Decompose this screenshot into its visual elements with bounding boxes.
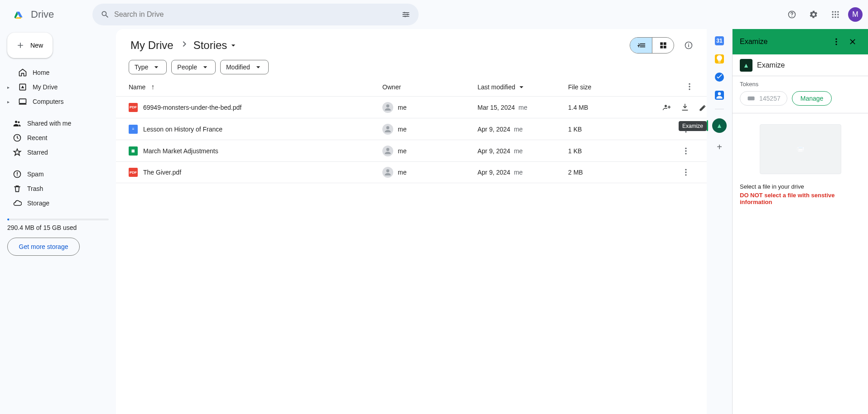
file-name: The Giver.pdf <box>143 169 181 176</box>
svg-point-29 <box>689 86 690 87</box>
nav-recent[interactable]: Recent <box>7 131 109 145</box>
svg-point-44 <box>386 169 390 172</box>
file-row[interactable]: PDFThe Giver.pdf me Apr 9, 2024 me 2 MB <box>116 161 707 183</box>
nav-my-drive[interactable]: ▸My Drive <box>7 80 109 94</box>
file-row[interactable]: ≡Lesson on History of France me Apr 9, 2… <box>116 118 707 140</box>
svg-point-50 <box>835 41 837 42</box>
breadcrumb-current[interactable]: Stories <box>193 39 238 52</box>
home-icon <box>18 68 27 77</box>
svg-rect-18 <box>19 99 26 103</box>
side-app-contacts[interactable] <box>715 91 724 100</box>
side-app-tasks[interactable] <box>715 73 724 82</box>
owner-avatar-icon <box>382 124 393 135</box>
side-app-keep[interactable] <box>715 54 724 63</box>
rename-icon[interactable] <box>695 99 707 116</box>
nav-starred[interactable]: Starred <box>7 145 109 160</box>
svg-point-48 <box>718 92 721 95</box>
modified-by: me <box>514 169 522 176</box>
svg-rect-3 <box>403 12 410 13</box>
shared-icon <box>13 119 22 128</box>
expand-icon[interactable]: ▸ <box>7 85 13 90</box>
spam-icon <box>13 170 22 179</box>
file-row[interactable]: PDF69949-monsters-under-the-bed.pdf me M… <box>116 96 707 118</box>
owner-text: me <box>398 147 406 155</box>
svg-rect-26 <box>663 46 666 49</box>
modified-by: me <box>514 147 522 155</box>
search-icon[interactable] <box>96 5 114 24</box>
svg-point-11 <box>832 14 834 15</box>
search-bar[interactable] <box>92 4 419 25</box>
svg-point-7 <box>791 16 792 17</box>
nav-computers[interactable]: ▸Computers <box>7 94 109 109</box>
svg-point-30 <box>689 88 690 90</box>
info-icon[interactable] <box>680 36 698 54</box>
filter-modified-chip[interactable]: Modified <box>220 60 269 74</box>
owner-text: me <box>398 126 406 133</box>
file-row[interactable]: ▦March Market Adjustments me Apr 9, 2024… <box>116 140 707 161</box>
download-icon[interactable] <box>677 99 693 116</box>
sheet-file-icon: ▦ <box>129 146 138 156</box>
svg-point-8 <box>832 11 834 13</box>
settings-icon[interactable] <box>805 5 823 24</box>
storage-progress <box>7 219 109 220</box>
nav-trash[interactable]: Trash <box>7 181 109 196</box>
dropdown-icon <box>229 41 238 50</box>
modified-date: Mar 15, 2024 <box>477 104 515 111</box>
drive-logo-block[interactable]: Drive <box>4 5 92 24</box>
column-header-name[interactable]: Name↑ <box>129 83 382 91</box>
account-avatar[interactable]: M <box>848 7 863 22</box>
svg-point-39 <box>685 131 686 132</box>
dropdown-icon <box>201 63 210 72</box>
svg-rect-61 <box>798 151 802 152</box>
examize-instruction-text: Select a file in your drive <box>740 183 804 190</box>
side-add-button[interactable]: + <box>717 142 722 152</box>
svg-rect-60 <box>802 147 804 150</box>
chevron-right-icon <box>179 39 190 52</box>
column-header-modified[interactable]: Last modified <box>477 83 568 92</box>
nav-home[interactable]: Home <box>7 65 109 80</box>
svg-point-13 <box>837 14 839 15</box>
nav-shared[interactable]: Shared with me <box>7 116 109 131</box>
svg-point-12 <box>834 14 836 15</box>
tokens-count: 145257 <box>740 91 787 106</box>
share-icon[interactable] <box>659 99 675 116</box>
tokens-label: Tokens <box>740 81 861 88</box>
column-header-owner[interactable]: Owner <box>382 83 477 91</box>
breadcrumb: My Drive Stories <box>129 38 238 53</box>
modified-by: me <box>519 104 527 111</box>
get-more-storage-button[interactable]: Get more storage <box>7 238 80 256</box>
my-drive-icon <box>18 83 27 92</box>
column-options-icon[interactable] <box>685 82 694 93</box>
examize-more-icon[interactable] <box>828 34 844 50</box>
file-size: 1 KB <box>568 147 659 155</box>
row-more-icon[interactable] <box>678 164 694 180</box>
list-view-button[interactable] <box>630 38 652 53</box>
help-icon[interactable] <box>783 5 801 24</box>
side-divider <box>715 109 724 109</box>
svg-rect-24 <box>663 42 666 45</box>
nav-storage[interactable]: Storage <box>7 196 109 210</box>
side-app-examize[interactable]: ▲ <box>712 118 727 133</box>
svg-point-43 <box>685 153 686 154</box>
examize-warning-text: DO NOT select a file with senstive infor… <box>740 192 861 205</box>
svg-point-45 <box>685 169 686 170</box>
modified-date: Apr 9, 2024 <box>477 126 510 133</box>
examize-logo-icon: ▲ <box>740 59 752 72</box>
expand-icon[interactable]: ▸ <box>7 99 13 104</box>
examize-close-icon[interactable] <box>844 34 861 50</box>
search-input[interactable] <box>114 10 397 19</box>
new-button-label: New <box>30 42 43 49</box>
nav-spam[interactable]: Spam <box>7 167 109 181</box>
new-button[interactable]: New <box>7 33 53 58</box>
filter-people-chip[interactable]: People <box>171 60 216 74</box>
search-options-icon[interactable] <box>397 5 415 24</box>
column-header-size[interactable]: File size <box>568 83 659 91</box>
file-size: 1.4 MB <box>568 104 659 111</box>
manage-tokens-button[interactable]: Manage <box>792 91 832 106</box>
row-more-icon[interactable] <box>678 143 694 159</box>
filter-type-chip[interactable]: Type <box>129 60 167 74</box>
grid-view-button[interactable] <box>652 38 674 53</box>
side-app-calendar[interactable]: 31 <box>715 36 724 45</box>
breadcrumb-root[interactable]: My Drive <box>129 38 175 53</box>
apps-grid-icon[interactable] <box>826 5 844 24</box>
